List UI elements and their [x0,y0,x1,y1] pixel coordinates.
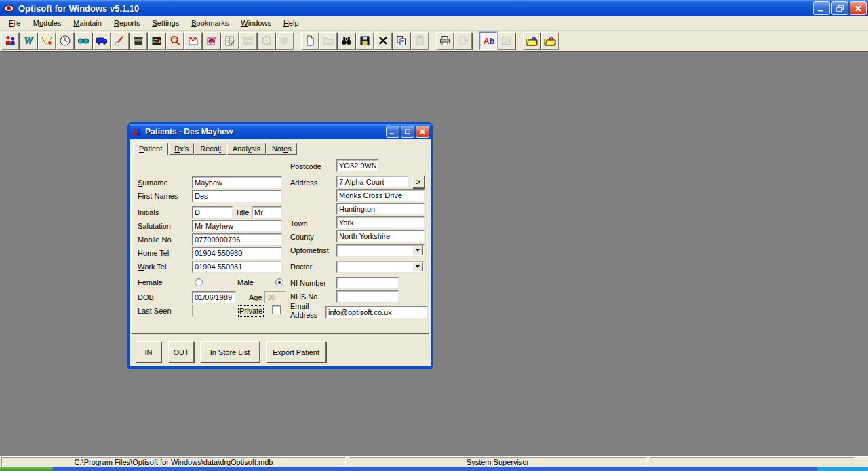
work-tel-input[interactable] [192,261,282,273]
patients-dialog-titlebar[interactable]: Patients - Des Mayhew [130,124,431,139]
toolbar-delete-button[interactable] [374,32,392,50]
dob-input[interactable] [192,291,236,303]
toolbar-list-button[interactable] [239,32,257,50]
dob-label: DOB [138,293,154,302]
toolbar-stock-button[interactable] [148,32,165,50]
address-line1-input[interactable] [336,176,408,188]
map-icon [279,35,291,47]
in-button[interactable]: IN [136,341,161,362]
in-store-list-button[interactable]: In Store List [200,341,260,362]
tab-analysis[interactable]: Analysis [227,143,266,155]
ni-number-input[interactable] [336,277,399,289]
dialog-minimize-button[interactable] [386,126,399,138]
toolbar-print-button[interactable] [436,32,454,50]
first-names-input[interactable] [192,190,282,202]
toolbar-till-button[interactable] [130,32,147,50]
toolbar-spectacles-button[interactable] [75,32,92,50]
county-input[interactable] [336,230,425,242]
male-radio[interactable] [275,278,283,286]
optometrist-dropdown[interactable] [336,244,425,257]
status-database-path: C:\Program Files\Optisoft for Windows\da… [1,457,346,466]
tab-patient[interactable]: Patient [133,142,168,155]
exit-door-icon [457,35,469,47]
salutation-input[interactable] [192,220,282,232]
restore-button[interactable] [831,1,848,15]
menu-settings[interactable]: Settings [146,17,185,29]
address-line3-input[interactable] [336,203,425,215]
email-input[interactable] [326,306,428,318]
toolbar-worksheet-button[interactable] [221,32,239,50]
toolbar-clock-button[interactable] [56,32,74,50]
toolbar-map-button[interactable] [276,32,294,50]
menu-maintain[interactable]: Maintain [67,17,108,29]
surname-input[interactable] [192,176,282,189]
tab-notes[interactable]: Notes [267,143,297,155]
menu-file[interactable]: File [3,17,27,29]
menu-reports[interactable]: Reports [108,17,146,29]
nhs-no-input[interactable] [336,290,399,303]
toolbar-van-button[interactable] [93,32,111,50]
town-input[interactable] [336,216,425,229]
toolbar-open-button[interactable] [319,32,337,50]
private-checkbox[interactable] [272,305,281,314]
menu-bookmarks[interactable]: Bookmarks [185,17,235,29]
start-button[interactable] [0,467,53,471]
doctor-dropdown-button[interactable] [412,262,423,271]
address-line2-input[interactable] [336,189,425,202]
day-sheet-icon [187,35,199,47]
dialog-close-button[interactable] [416,126,429,138]
toolbar-dial-button[interactable] [258,32,275,50]
tab-rxs[interactable]: Rx's [169,143,194,155]
export-patient-button[interactable]: Export Patient [266,341,326,362]
menu-windows[interactable]: Windows [235,17,277,29]
restore-icon [836,5,844,12]
toolbar-mail-button[interactable] [38,32,56,50]
out-button[interactable]: OUT [168,341,194,362]
toolbar-patients-button[interactable] [1,32,19,50]
toolbar-word-button[interactable]: W [20,32,37,50]
status-bar: C:\Program Files\Optisoft for Windows\da… [0,456,868,467]
toolbar-exit-button[interactable] [454,32,472,50]
menu-help[interactable]: Help [277,17,305,29]
import-folder-icon [525,35,538,47]
patients-dialog-body: Patient Rx's Recall Analysis Notes Surna… [130,139,431,366]
patients-dialog-title: Patients - Des Mayhew [145,127,233,136]
surname-label: Surname [138,178,168,187]
toolbar-numeric-list-button[interactable]: 1/2 [498,32,515,50]
save-floppy-icon [359,35,371,47]
toolbar-export-button[interactable] [541,32,559,50]
mobile-label: Mobile No. [138,236,174,244]
tab-recall[interactable]: Recall [195,143,226,155]
toolbar-find-button[interactable] [338,32,355,50]
toolbar-search-button[interactable] [166,32,184,50]
toolbar-import-button[interactable] [523,32,540,50]
status-user: System Supervisor [349,457,647,466]
initials-input[interactable] [192,206,233,219]
patients-dialog-icon [132,127,142,137]
female-radio[interactable] [195,278,203,286]
toolbar-save-button[interactable] [356,32,374,50]
optometrist-dropdown-button[interactable] [412,246,423,255]
close-button[interactable] [850,1,867,15]
toolbar-daysheet-button[interactable] [184,32,202,50]
menu-modules[interactable]: Modules [27,17,68,29]
minimize-button[interactable] [813,1,830,15]
toolbar-dispense-button[interactable] [111,32,129,50]
doctor-dropdown[interactable] [336,261,425,273]
toolbar-appointments-button[interactable] [203,32,220,50]
postcode-input[interactable] [336,159,378,172]
toolbar-paste-button[interactable] [411,32,429,50]
toolbar-alpha-list-button[interactable]: A b [479,32,497,50]
toolbar-copy-button[interactable] [393,32,410,50]
workspace: Patients - Des Mayhew Patient [0,52,868,456]
address-expand-button[interactable]: > [412,176,425,188]
home-tel-input[interactable] [192,247,282,259]
toolbar-new-button[interactable] [301,32,319,50]
main-titlebar: Optisoft for Windows v5.1.10 [0,0,868,16]
home-tel-label: Home Tel [138,249,169,258]
dialog-maximize-button[interactable] [401,126,414,138]
title-input[interactable] [252,206,282,219]
mail-icon [41,35,53,47]
find-binoculars-icon [340,35,353,47]
mobile-input[interactable] [192,233,282,246]
